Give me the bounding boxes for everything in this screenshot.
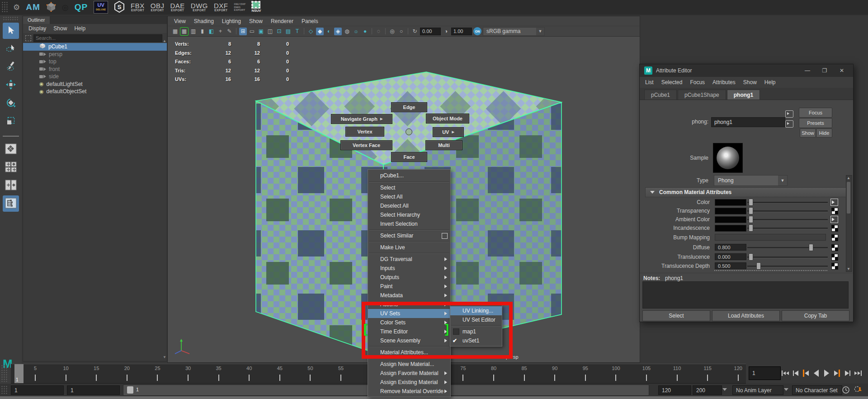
menu-item-invert-selection[interactable]: Invert Selection [368, 219, 450, 228]
viewport-menu-view[interactable]: View [174, 18, 186, 24]
select-tool[interactable] [3, 23, 19, 39]
section-resize-handle[interactable] [714, 270, 827, 271]
notes-textarea[interactable] [642, 281, 849, 309]
load-attributes-button[interactable]: Load Attributes [712, 310, 780, 321]
outliner-search-input[interactable] [33, 34, 162, 42]
map-arrow-icon[interactable] [830, 199, 838, 206]
menu-item-deselect-all[interactable]: Deselect All [368, 201, 450, 210]
menu-item-select-all[interactable]: Select All [368, 192, 450, 201]
paint-select-tool[interactable] [3, 59, 19, 75]
chevron-down-icon[interactable] [784, 388, 788, 391]
xray-icon[interactable]: ◎ [388, 28, 396, 35]
material-sample-swatch[interactable] [713, 143, 743, 173]
menu-item-assign-favorite-material[interactable]: Assign Favorite Material [368, 369, 450, 378]
tab-pcube1shape[interactable]: pCube1Shape [678, 90, 726, 100]
obj-export-button[interactable]: OBJEXPORT [151, 2, 165, 12]
tab-phong1[interactable]: phong1 [727, 90, 760, 100]
option-box-icon[interactable] [442, 233, 448, 239]
ae-menu-show[interactable]: Show [743, 79, 757, 86]
rotate-tool[interactable] [3, 95, 19, 111]
outliner-menu-help[interactable]: Help [74, 25, 85, 32]
slider-track[interactable] [747, 228, 828, 229]
slider-thumb[interactable] [809, 244, 813, 251]
viewport-menu-panels[interactable]: Panels [302, 18, 318, 24]
hide-button[interactable]: Hide [816, 128, 832, 138]
presets-button[interactable]: Presets [799, 118, 832, 128]
outliner-item-pcube1[interactable]: pCube1 [23, 43, 167, 51]
color-swatch[interactable] [715, 216, 746, 223]
gate-mask-icon[interactable]: ◫ [266, 28, 274, 35]
copy-tab-button[interactable]: Copy Tab [782, 310, 849, 321]
map-checker-icon[interactable] [831, 225, 838, 232]
outliner-item-front[interactable]: front [23, 66, 167, 73]
close-button[interactable]: ✕ [835, 67, 849, 74]
minimize-button[interactable]: — [801, 67, 814, 74]
outliner-item-top[interactable]: top [23, 58, 167, 66]
marking-menu-edge[interactable]: Edge [391, 102, 427, 112]
focus-button[interactable]: Focus [799, 108, 832, 118]
viewport-menu-show[interactable]: Show [249, 18, 263, 24]
multi-export-button[interactable]: OBJ DXFDWGEXPORT [234, 3, 246, 12]
slider-track[interactable] [747, 256, 828, 258]
slider-track[interactable] [747, 202, 828, 204]
lasso-select-tool[interactable] [3, 41, 19, 57]
current-time-marker[interactable]: 1 [14, 364, 24, 383]
scroll-up-icon[interactable]: ▲ [847, 176, 850, 180]
layout-two-panes[interactable] [3, 177, 19, 194]
color-swatch[interactable] [715, 199, 746, 206]
dxf-export-button[interactable]: DXFEXPORT [214, 2, 228, 12]
node-name-field[interactable]: phong1 [711, 117, 785, 127]
play-forward-button[interactable] [822, 366, 831, 380]
field-chart-icon[interactable]: ⊡ [275, 28, 283, 35]
character-set-dropdown[interactable]: No Character Set [792, 385, 842, 395]
menu-item-paint[interactable]: Paint [368, 282, 450, 291]
color-management-toggle[interactable]: ON [473, 27, 481, 35]
common-material-attributes-section[interactable]: Common Material Attributes [645, 187, 849, 197]
layout-four-panes[interactable] [3, 159, 19, 176]
menu-item-assign-new-material[interactable]: Assign New Material... [368, 360, 450, 369]
tab-pcube1[interactable]: pCube1 [644, 90, 677, 100]
attribute-editor-titlebar[interactable]: M Attribute Editor — ❐ ✕ [640, 64, 853, 77]
texture-field[interactable] [715, 234, 826, 241]
settings-gear-icon[interactable]: ⚙ [13, 3, 20, 12]
scroll-down-icon[interactable]: ▼ [847, 267, 850, 271]
timeline-grip[interactable] [1, 365, 8, 382]
select-camera-icon[interactable]: ▦ [171, 28, 179, 35]
outliner-tab[interactable]: Outliner [23, 16, 50, 24]
shadows-icon[interactable]: ◍ [343, 28, 351, 35]
marking-menu-vertex-face[interactable]: Vertex Face [340, 140, 392, 150]
menu-item-assign-existing-material[interactable]: Assign Existing Material [368, 378, 450, 387]
ae-menu-focus[interactable]: Focus [690, 79, 705, 86]
marking-menu-face[interactable]: Face [391, 152, 427, 162]
input-connection-icon[interactable] [785, 110, 793, 118]
slider-thumb[interactable] [749, 199, 753, 206]
viewport-menu-renderer[interactable]: Renderer [271, 18, 293, 24]
safe-action-icon[interactable]: ▤ [284, 28, 292, 35]
wireframe-icon[interactable]: ◇ [307, 28, 315, 35]
step-back-key-button[interactable] [791, 366, 800, 380]
ae-menu-selected[interactable]: Selected [661, 79, 683, 86]
xray-joints-icon[interactable]: ○ [397, 28, 405, 35]
menu-item-make-live[interactable]: Make Live [368, 243, 450, 252]
uv-deluxe-shelf-button[interactable]: UVDELUXE [94, 1, 108, 14]
value-field[interactable]: 0.500 [715, 262, 746, 269]
previous-view-icon[interactable]: ▦ [180, 28, 188, 35]
marking-menu-object-mode[interactable]: Object Mode [426, 114, 469, 124]
grease-pencil-icon[interactable]: ✎ [226, 28, 233, 35]
current-frame-field[interactable]: 1 [749, 366, 781, 380]
animation-end-field[interactable]: 200 [693, 385, 722, 395]
exposure-field[interactable]: 0.00 [420, 28, 441, 35]
menu-item-inputs[interactable]: Inputs [368, 264, 450, 273]
outliner-menu-show[interactable]: Show [53, 25, 67, 32]
color-swatch[interactable] [715, 208, 746, 214]
maximize-button[interactable]: ❐ [818, 67, 831, 74]
grid-icon[interactable]: ⊞ [239, 28, 247, 35]
map-checker-icon[interactable] [831, 208, 838, 214]
outliner-filter-icon[interactable] [25, 35, 31, 41]
marking-menu-navigate-graph[interactable]: Navigate Graph▶ [331, 114, 392, 124]
play-backwards-button[interactable] [811, 366, 821, 380]
gamma-icon[interactable]: ◑ [442, 28, 450, 35]
output-connection-icon[interactable] [785, 120, 793, 128]
value-field[interactable]: 0.800 [715, 244, 746, 251]
layout-single-pane[interactable] [3, 141, 19, 157]
